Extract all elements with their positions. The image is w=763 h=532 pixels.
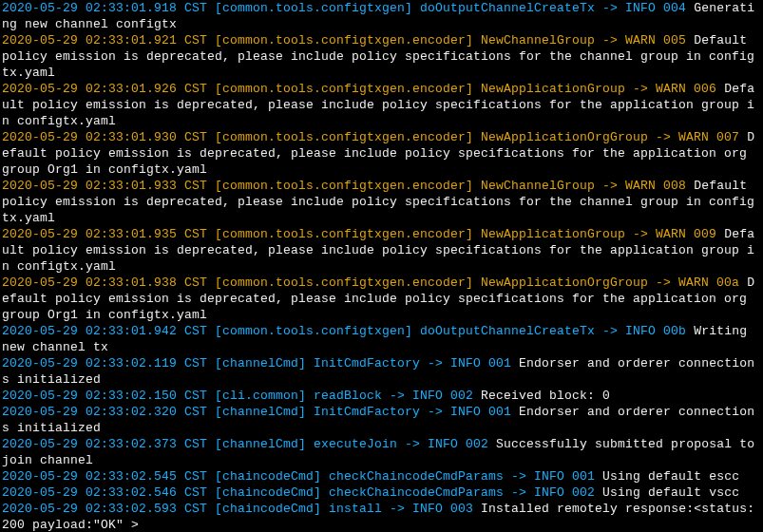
log-prefix: 2020-05-29 02:33:01.918 CST [common.tool… [2, 1, 686, 15]
log-line: 2020-05-29 02:33:02.119 CST [channelCmd]… [2, 355, 761, 388]
log-line: 2020-05-29 02:33:01.926 CST [common.tool… [2, 81, 761, 129]
log-line: 2020-05-29 02:33:02.373 CST [channelCmd]… [2, 436, 761, 468]
log-line: 2020-05-29 02:33:02.320 CST [channelCmd]… [2, 404, 761, 436]
log-prefix: 2020-05-29 02:33:01.942 CST [common.tool… [2, 324, 686, 338]
terminal-output[interactable]: 2020-05-29 02:33:01.918 CST [common.tool… [0, 0, 763, 532]
log-prefix: 2020-05-29 02:33:01.921 CST [common.tool… [2, 33, 686, 48]
log-prefix: 2020-05-29 02:33:02.150 CST [cli.common]… [2, 389, 473, 403]
log-line: 2020-05-29 02:33:01.942 CST [common.tool… [2, 323, 761, 355]
log-prefix: 2020-05-29 02:33:02.593 CST [chaincodeCm… [2, 502, 473, 516]
log-prefix: 2020-05-29 02:33:01.938 CST [common.tool… [2, 276, 739, 290]
log-prefix: 2020-05-29 02:33:01.930 CST [common.tool… [2, 130, 739, 144]
log-line: 2020-05-29 02:33:02.593 CST [chaincodeCm… [2, 501, 761, 532]
log-prefix: 2020-05-29 02:33:02.546 CST [chaincodeCm… [2, 485, 595, 500]
log-prefix: 2020-05-29 02:33:02.373 CST [channelCmd]… [2, 437, 488, 451]
log-line: 2020-05-29 02:33:01.918 CST [common.tool… [2, 0, 761, 32]
log-line: 2020-05-29 02:33:02.150 CST [cli.common]… [2, 388, 761, 404]
log-prefix: 2020-05-29 02:33:01.935 CST [common.tool… [2, 227, 716, 241]
log-prefix: 2020-05-29 02:33:01.926 CST [common.tool… [2, 82, 716, 96]
log-line: 2020-05-29 02:33:01.938 CST [common.tool… [2, 275, 761, 323]
log-prefix: 2020-05-29 02:33:02.320 CST [channelCmd]… [2, 405, 511, 419]
log-prefix: 2020-05-29 02:33:01.933 CST [common.tool… [2, 179, 686, 193]
log-message: Using default escc [595, 469, 739, 484]
log-line: 2020-05-29 02:33:02.545 CST [chaincodeCm… [2, 468, 761, 484]
log-line: 2020-05-29 02:33:01.933 CST [common.tool… [2, 178, 761, 226]
log-line: 2020-05-29 02:33:01.930 CST [common.tool… [2, 129, 761, 178]
log-message: Using default vscc [595, 485, 739, 500]
log-prefix: 2020-05-29 02:33:02.119 CST [channelCmd]… [2, 356, 511, 370]
log-message: Received block: 0 [473, 389, 610, 403]
log-line: 2020-05-29 02:33:01.935 CST [common.tool… [2, 226, 761, 275]
log-prefix: 2020-05-29 02:33:02.545 CST [chaincodeCm… [2, 469, 595, 484]
log-line: 2020-05-29 02:33:02.546 CST [chaincodeCm… [2, 484, 761, 501]
log-line: 2020-05-29 02:33:01.921 CST [common.tool… [2, 32, 761, 81]
